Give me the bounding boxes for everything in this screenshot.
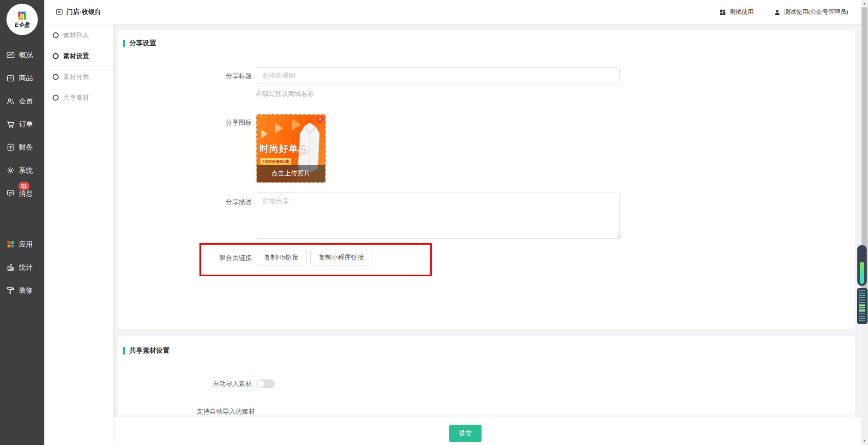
arrow-decoration-icon	[275, 123, 283, 133]
sidebar-item-label: 商品	[19, 74, 33, 83]
sidebar-spacer	[0, 205, 44, 233]
shared-material-heading: 共享素材设置	[123, 346, 169, 355]
share-title-hint: 不填写默认商城名称	[256, 90, 314, 98]
equalizer-widget	[857, 288, 868, 324]
radio-circle-icon	[53, 53, 59, 59]
sidebar-item-goods[interactable]: 商品	[0, 66, 44, 90]
upload-photo-overlay[interactable]: 点击上传照片	[257, 165, 325, 182]
workspace-label: 测试使用	[729, 8, 753, 16]
sidebar-item-label: 概况	[19, 51, 33, 60]
support-auto-import-label: 支持自动导入的素材	[181, 407, 255, 416]
submenu-item-label: 素材分类	[63, 73, 89, 81]
sidebar-item-label: 会员	[19, 97, 33, 106]
share-icon-label: 分享图标	[178, 118, 252, 127]
logo-mark-icon	[15, 10, 29, 22]
scroll-up-arrow-icon[interactable]: ▲	[861, 0, 868, 7]
share-title-label: 分享标题	[178, 71, 252, 80]
secondary-sidebar: 素材列表 素材设置 素材分类 共享素材	[44, 24, 113, 445]
grid-icon	[719, 9, 726, 16]
page-title-text: 门店-收银台	[66, 8, 101, 16]
share-image-badge: 个性时尚 畅销火爆	[260, 158, 291, 165]
primary-sidebar: E企盈 概况 商品 会员 订单 财务 系统 消息 51	[0, 0, 44, 445]
page-title: 门店-收银台	[55, 8, 101, 16]
app-logo: E企盈	[6, 4, 38, 35]
submenu-item-shared-material[interactable]: 共享素材	[44, 87, 113, 108]
sidebar-item-stats[interactable]: 统计	[0, 256, 44, 279]
radio-circle-icon	[53, 95, 59, 101]
main-content: 分享设置 分享标题 不填写默认商城名称 分享图标 时尚好单品 个性时尚 畅销火爆…	[113, 24, 861, 445]
level-meter-widget	[857, 245, 867, 286]
submenu-item-label: 共享素材	[63, 94, 89, 102]
sidebar-item-label: 系统	[19, 166, 33, 175]
paint-roller-icon	[6, 286, 15, 295]
sidebar-item-system[interactable]: 系统	[0, 159, 44, 182]
share-icon-upload[interactable]: 时尚好单品 个性时尚 畅销火爆 点击上传照片 ✕	[256, 114, 326, 183]
aggregate-link-label: 聚合页链接	[178, 253, 252, 262]
submit-button[interactable]: 提交	[449, 425, 482, 442]
members-icon	[6, 96, 15, 106]
arrow-decoration-icon	[261, 130, 268, 138]
scroll-down-arrow-icon[interactable]: ▼	[861, 438, 868, 445]
sidebar-item-overview[interactable]: 概况	[0, 43, 44, 66]
radio-circle-icon	[53, 74, 59, 80]
sidebar-item-label: 装修	[19, 286, 33, 295]
meter-fill	[860, 262, 864, 284]
sidebar-item-apps[interactable]: 应用	[0, 233, 44, 256]
header-right: 测试使用 测试使用(公众号管理员)	[719, 8, 848, 16]
bar-chart-icon	[6, 263, 15, 272]
share-settings-heading: 分享设置	[123, 39, 156, 48]
apps-grid-icon	[6, 240, 15, 249]
section-title-text: 共享素材设置	[129, 346, 169, 355]
copy-miniprogram-link-button[interactable]: 复制小程序链接	[310, 250, 372, 265]
bottom-action-bar: 提交	[113, 417, 861, 445]
workspace-switcher[interactable]: 测试使用	[719, 8, 753, 16]
sidebar-item-label: 统计	[19, 263, 33, 272]
cart-icon	[6, 120, 15, 129]
logo-text: E企盈	[15, 21, 30, 29]
gear-icon	[6, 166, 15, 175]
scrollbar[interactable]: ▲ ▼	[861, 0, 868, 445]
overview-chart-icon	[6, 50, 15, 60]
share-desc-textarea[interactable]	[256, 192, 620, 239]
toggle-knob	[257, 380, 264, 387]
message-bubble-icon	[6, 189, 15, 198]
message-count-badge: 51	[18, 182, 30, 190]
radio-circle-icon	[53, 32, 59, 38]
remove-image-button[interactable]: ✕	[317, 116, 324, 123]
cashier-screen-icon	[55, 8, 63, 16]
finance-icon	[6, 143, 15, 152]
section-title-text: 分享设置	[129, 39, 156, 48]
auto-import-toggle[interactable]	[256, 379, 275, 388]
sidebar-item-label: 应用	[19, 240, 33, 249]
sidebar-item-orders[interactable]: 订单	[0, 113, 44, 136]
auto-import-label: 自动导入素材	[178, 379, 252, 388]
share-desc-label: 分享描述	[178, 197, 252, 206]
share-title-input[interactable]	[256, 67, 620, 84]
sidebar-item-label: 订单	[19, 120, 33, 129]
sidebar-item-messages[interactable]: 消息 51	[0, 182, 44, 205]
submenu-item-label: 素材列表	[63, 31, 89, 40]
sidebar-item-members[interactable]: 会员	[0, 90, 44, 113]
copy-h5-link-button[interactable]: 复制H5链接	[256, 250, 307, 265]
top-header: 门店-收银台 测试使用 测试使用(公众号管理员)	[44, 0, 861, 24]
sidebar-item-decorate[interactable]: 装修	[0, 279, 44, 302]
submenu-item-label: 素材设置	[63, 52, 89, 60]
meter-stripes-highlight	[859, 305, 865, 312]
goods-icon	[6, 73, 15, 83]
sidebar-item-label: 财务	[19, 143, 33, 152]
submenu-item-material-list[interactable]: 素材列表	[44, 25, 113, 46]
user-icon	[774, 9, 781, 16]
submenu-item-material-settings[interactable]: 素材设置	[44, 46, 113, 66]
green-accent-bar	[123, 347, 125, 355]
user-label: 测试使用(公众号管理员)	[784, 8, 848, 16]
submenu-item-material-category[interactable]: 素材分类	[44, 66, 113, 87]
green-accent-bar	[123, 40, 125, 47]
sidebar-item-label: 消息	[19, 189, 33, 198]
sidebar-item-finance[interactable]: 财务	[0, 136, 44, 159]
share-image-headline: 时尚好单品	[259, 143, 308, 155]
share-settings-card: 分享设置 分享标题 不填写默认商城名称 分享图标 时尚好单品 个性时尚 畅销火爆…	[118, 30, 855, 329]
user-menu[interactable]: 测试使用(公众号管理员)	[774, 8, 848, 16]
